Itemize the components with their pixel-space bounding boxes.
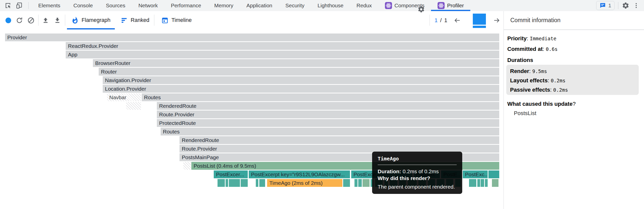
tab-redux[interactable]: Redux xyxy=(350,0,378,11)
tooltip-why-label: Why did this render? xyxy=(378,175,430,181)
tab-console[interactable]: Console xyxy=(67,0,99,11)
flame-bar-renderedroute[interactable]: RenderedRoute xyxy=(157,102,499,110)
tab-label: Elements xyxy=(38,3,60,9)
flame-bar-reactredux-provider[interactable]: ReactRedux.Provider xyxy=(66,42,499,50)
flame-bar-browserrouter[interactable]: BrowserRouter xyxy=(93,59,499,67)
tooltip-divider xyxy=(378,165,457,165)
upload-icon[interactable] xyxy=(42,17,49,24)
profiler-settings-gear-icon[interactable] xyxy=(417,6,425,13)
flame-bar-app[interactable]: App xyxy=(66,51,499,58)
download-icon[interactable] xyxy=(54,17,61,24)
inspect-icon[interactable] xyxy=(4,2,12,9)
flame-bar[interactable] xyxy=(477,179,480,187)
tab-application[interactable]: Application xyxy=(240,0,279,11)
flame-bar[interactable] xyxy=(218,179,225,187)
flame-bar[interactable] xyxy=(183,162,191,170)
flame-bar-postexc[interactable]: PostExc... xyxy=(463,170,488,178)
tab-label: Performance xyxy=(171,3,201,9)
commit-info-header: Commit information xyxy=(504,11,644,30)
flame-bar-renderedroute[interactable]: RenderedRoute xyxy=(180,136,499,144)
tab-profiler[interactable]: Profiler xyxy=(431,0,471,11)
prev-commit-icon[interactable] xyxy=(453,17,461,24)
flame-bar[interactable] xyxy=(259,179,265,187)
clear-icon[interactable] xyxy=(27,17,35,24)
commit-selector-bar[interactable] xyxy=(473,14,486,28)
commit-total: 1 xyxy=(444,17,447,24)
committed-at-label: Committed at xyxy=(507,46,543,52)
tooltip-duration-line: Duration: 0.2ms of 0.2ms xyxy=(378,168,457,175)
divider xyxy=(28,2,29,9)
flame-bar[interactable] xyxy=(354,179,357,187)
tab-flamegraph-label: Flamegraph xyxy=(82,17,111,23)
tab-label: Console xyxy=(74,3,93,9)
colon: : xyxy=(543,46,544,52)
flame-bar-protectedroute[interactable]: ProtectedRoute xyxy=(157,119,499,127)
next-commit-icon[interactable] xyxy=(493,17,500,24)
flame-bar[interactable] xyxy=(469,179,476,187)
tab-memory[interactable]: Memory xyxy=(208,0,240,11)
flame-bar[interactable] xyxy=(481,179,484,187)
durations-heading: Durations xyxy=(507,57,533,63)
divider xyxy=(38,15,39,26)
flame-bar-navbar[interactable]: Navbar xyxy=(107,93,141,101)
flame-bar[interactable] xyxy=(126,102,141,110)
flame-bar-routes[interactable]: Routes xyxy=(161,128,499,135)
colon: : xyxy=(527,35,528,42)
tab-elements[interactable]: Elements xyxy=(32,0,67,11)
tab-flamegraph[interactable]: Flamegraph xyxy=(71,15,111,26)
tab-performance[interactable]: Performance xyxy=(164,0,208,11)
tooltip-why-line: Why did this render? xyxy=(378,175,457,182)
flame-bar-location-provider[interactable]: Location.Provider xyxy=(103,85,499,93)
cause-heading: What caused this update? xyxy=(507,101,576,107)
settings-gear-icon[interactable] xyxy=(622,2,629,9)
flame-bar-router[interactable]: Router xyxy=(99,68,499,76)
flame-bar-routes[interactable]: Routes xyxy=(142,93,499,101)
flame-bar-route-provider[interactable]: Route.Provider xyxy=(157,111,499,118)
flame-bar[interactable] xyxy=(229,179,240,187)
tab-lighthouse[interactable]: Lighthouse xyxy=(311,0,350,11)
committed-at-value: 0.6s xyxy=(546,46,558,52)
tab-security[interactable]: Security xyxy=(279,0,311,11)
flame-bar-postexcer[interactable]: PostExcer... xyxy=(214,170,248,178)
tab-timeline-label: Timeline xyxy=(171,17,192,23)
panel-divider xyxy=(504,11,504,209)
tab-network[interactable]: Network xyxy=(132,0,164,11)
flame-bar-navigation-provider[interactable]: Navigation.Provider xyxy=(103,76,499,84)
flame-bar[interactable] xyxy=(343,179,350,187)
tab-timeline[interactable]: Timeline xyxy=(161,15,192,26)
feedback-count: 1 xyxy=(608,3,611,9)
committed-at-row: Committed at: 0.6s xyxy=(507,46,558,52)
cause-component-link[interactable]: PostsList xyxy=(514,110,536,117)
flame-tooltip: TimeAgo Duration: 0.2ms of 0.2ms Why did… xyxy=(372,152,462,194)
duration-row-render: Render: 9.5ms xyxy=(510,68,547,75)
flame-bar[interactable] xyxy=(358,179,362,187)
flame-bar[interactable] xyxy=(226,179,228,187)
flame-bar[interactable] xyxy=(485,179,488,187)
tab-ranked[interactable]: Ranked xyxy=(120,15,149,26)
tooltip-duration-label: Duration: xyxy=(378,168,401,174)
record-icon[interactable] xyxy=(5,17,12,24)
device-toolbar-icon[interactable] xyxy=(16,2,23,9)
more-menu-icon[interactable] xyxy=(633,2,639,9)
tab-label: Profiler xyxy=(447,3,464,9)
cause-question-mark: ? xyxy=(573,101,576,107)
tab-sources[interactable]: Sources xyxy=(99,0,132,11)
flame-bar-postexcerpt-key-r9s12l9oalazczgw[interactable]: PostExcerpt key="r9S12L9OAlazczgw... xyxy=(249,170,350,178)
commit-index-input[interactable]: 1 xyxy=(435,17,438,24)
react-icon xyxy=(385,2,392,9)
flame-bar[interactable] xyxy=(492,179,498,187)
durations-box: Render: 9.5msLayout effects: 0.2msPassiv… xyxy=(506,65,639,95)
flame-bar[interactable] xyxy=(256,179,258,187)
cause-label: What caused this update xyxy=(507,101,573,107)
reload-icon[interactable] xyxy=(16,17,23,24)
tab-label: Memory xyxy=(214,3,233,9)
feedback-button[interactable]: 1 xyxy=(596,1,615,10)
tab-label: Security xyxy=(285,3,304,9)
flame-bar-timeago-2ms-of-2ms[interactable]: TimeAgo (2ms of 2ms) xyxy=(267,179,342,187)
flame-bar-provider[interactable]: Provider xyxy=(5,33,499,41)
flame-bar[interactable] xyxy=(488,170,499,178)
flame-bar[interactable] xyxy=(241,179,248,187)
tab-label: Sources xyxy=(106,3,125,9)
flame-bar[interactable] xyxy=(363,179,370,187)
tab-ranked-label: Ranked xyxy=(131,17,149,23)
